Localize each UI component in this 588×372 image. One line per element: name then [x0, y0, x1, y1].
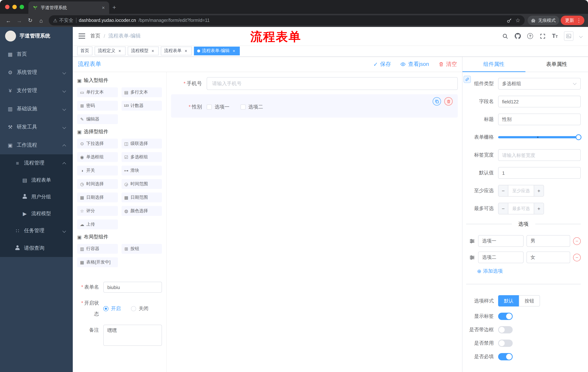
- style-default-button[interactable]: 默认: [498, 295, 519, 307]
- github-icon[interactable]: [514, 33, 521, 39]
- tag-process-form[interactable]: 流程表单 ×: [161, 46, 192, 55]
- tag-close-icon[interactable]: ×: [231, 48, 237, 53]
- comp-editor[interactable]: ✎ 编辑器: [77, 114, 118, 124]
- status-on-radio[interactable]: 开启: [103, 305, 121, 312]
- sidebar-item-task-management[interactable]: ∷ 任务管理: [0, 222, 73, 240]
- zoom-window-button[interactable]: [20, 5, 24, 9]
- breadcrumb-home[interactable]: 首页: [90, 33, 100, 39]
- comp-cascader[interactable]: ◫ 级联选择: [121, 139, 162, 149]
- drag-handle-icon[interactable]: [469, 254, 475, 260]
- slider-track[interactable]: [498, 136, 581, 138]
- comp-time-picker[interactable]: ◷ 时间选择: [77, 179, 118, 189]
- back-button[interactable]: ←: [4, 16, 13, 25]
- title-input[interactable]: [498, 114, 581, 125]
- drag-handle-icon[interactable]: [469, 238, 475, 244]
- sidebar-item-workflow[interactable]: ▣ 工作流程: [0, 136, 73, 154]
- border-switch[interactable]: [498, 326, 513, 333]
- sidebar-item-infrastructure[interactable]: ▥ 基础设施: [0, 100, 73, 118]
- show-label-switch[interactable]: [498, 313, 513, 320]
- comp-password[interactable]: ⊠ 密码: [77, 101, 118, 111]
- comp-date-range[interactable]: ▩ 日期范围: [121, 192, 162, 202]
- min-select-input[interactable]: [508, 185, 534, 196]
- tag-process-model[interactable]: 流程模型 ×: [128, 46, 159, 55]
- comp-radio-group[interactable]: ◉ 单选框组: [77, 152, 118, 162]
- tag-process-form-edit[interactable]: 流程表单-编辑 ×: [194, 46, 240, 55]
- security-warning[interactable]: ⚠ 不安全: [53, 17, 73, 24]
- sidebar-item-process-form[interactable]: ▤ 流程表单: [0, 172, 73, 189]
- decrease-button[interactable]: −: [498, 203, 508, 214]
- max-select-input[interactable]: [508, 203, 534, 214]
- tag-close-icon[interactable]: ×: [150, 48, 155, 53]
- field-name-input[interactable]: [498, 96, 581, 107]
- remove-option-button[interactable]: −: [573, 237, 581, 245]
- sidebar-logo[interactable]: 芋道管理系统: [0, 27, 73, 45]
- update-browser-button[interactable]: 更新 ⋮: [561, 16, 584, 25]
- text-size-icon[interactable]: TT: [552, 33, 558, 39]
- checkbox-box[interactable]: [207, 105, 212, 110]
- sidebar-item-leave-query[interactable]: 请假查询: [0, 240, 73, 257]
- canvas-field-gender-selected[interactable]: *性别 选项一 选项二: [171, 94, 458, 117]
- remove-option-button[interactable]: −: [573, 254, 581, 261]
- grid-slider[interactable]: [498, 131, 581, 143]
- checkbox-option-1[interactable]: 选项一: [207, 104, 230, 110]
- comp-button[interactable]: ⊞ 按钮: [121, 244, 162, 254]
- option-value-input[interactable]: [526, 235, 570, 247]
- decrease-button[interactable]: −: [498, 185, 508, 196]
- comp-upload[interactable]: ☁ 上传: [77, 220, 118, 229]
- comp-single-line-text[interactable]: ▭ 单行文本: [77, 87, 118, 97]
- password-key-icon[interactable]: [506, 18, 512, 23]
- comp-counter[interactable]: 123 计数器: [121, 101, 162, 111]
- avatar[interactable]: [564, 31, 573, 41]
- sidebar-item-system-management[interactable]: ⚙ 系统管理: [0, 63, 73, 82]
- new-tab-button[interactable]: +: [109, 2, 119, 13]
- canvas-field-phone[interactable]: *手机号: [171, 77, 458, 90]
- tag-home[interactable]: 首页: [77, 46, 92, 55]
- sidebar-item-process-model[interactable]: ▶ 流程模型: [0, 205, 73, 222]
- search-icon[interactable]: [502, 33, 508, 39]
- browser-menu-icon[interactable]: ⋮: [576, 18, 581, 23]
- sidebar-item-payment-management[interactable]: ¥ 支付管理: [0, 82, 73, 100]
- save-button[interactable]: ✓ 保存: [373, 61, 391, 68]
- tag-close-icon[interactable]: ×: [183, 48, 189, 53]
- bookmark-star-icon[interactable]: ☆: [515, 17, 520, 24]
- slider-handle[interactable]: [576, 134, 581, 140]
- checkbox-box[interactable]: [240, 105, 245, 110]
- increase-button[interactable]: +: [534, 203, 544, 214]
- phone-input[interactable]: [207, 77, 458, 90]
- browser-tab[interactable]: 芋道管理系统 ×: [28, 1, 109, 14]
- increase-button[interactable]: +: [534, 185, 544, 196]
- comp-color-picker[interactable]: ◍ 颜色选择: [121, 206, 162, 216]
- add-option-button[interactable]: ⊕ 添加选项: [466, 268, 581, 275]
- comp-time-range[interactable]: ◶ 时间范围: [121, 179, 162, 189]
- tag-close-icon[interactable]: ×: [117, 48, 122, 53]
- option-name-input[interactable]: [478, 252, 524, 263]
- comp-table[interactable]: ▦ 表格[开发中]: [77, 257, 118, 267]
- comp-select[interactable]: ⊙ 下拉选择: [77, 139, 118, 149]
- style-button-button[interactable]: 按钮: [519, 295, 540, 307]
- sidebar-item-user-group[interactable]: 用户分组: [0, 189, 73, 205]
- help-icon[interactable]: ?: [527, 33, 533, 39]
- clear-button[interactable]: 清空: [439, 61, 457, 68]
- view-json-button[interactable]: 查看json: [400, 61, 429, 68]
- avatar-caret-icon[interactable]: [579, 34, 583, 38]
- comp-slider[interactable]: ⊶ 滑块: [121, 166, 162, 175]
- tab-component-props[interactable]: 组件属性: [462, 57, 525, 72]
- minimize-window-button[interactable]: [12, 5, 17, 9]
- url-bar[interactable]: ⚠ 不安全 dashboard.yudao.iocoder.cn /bpm/ma…: [49, 15, 525, 25]
- sidebar-item-dev-tools[interactable]: ⚒ 研发工具: [0, 118, 73, 136]
- comp-switch[interactable]: ◑ 开关: [77, 166, 118, 175]
- tab-close-icon[interactable]: ×: [100, 5, 106, 11]
- copy-widget-button[interactable]: [433, 97, 441, 106]
- default-value-input[interactable]: [498, 167, 581, 179]
- comp-multi-line-text[interactable]: ▤ 多行文本: [121, 87, 162, 97]
- home-button[interactable]: ⌂: [36, 16, 46, 25]
- link-tag-button[interactable]: [463, 76, 471, 83]
- required-switch[interactable]: [498, 353, 513, 360]
- hamburger-icon[interactable]: [79, 33, 85, 39]
- option-value-input[interactable]: [526, 252, 570, 263]
- label-width-input[interactable]: [498, 149, 581, 161]
- forward-button[interactable]: →: [15, 16, 24, 25]
- comp-date-picker[interactable]: ▦ 日期选择: [77, 192, 118, 202]
- disabled-switch[interactable]: [498, 340, 513, 347]
- comp-checkbox-group[interactable]: ☑ 多选框组: [121, 152, 162, 162]
